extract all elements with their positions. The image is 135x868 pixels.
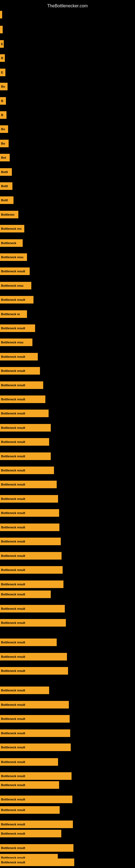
bar-item: Bottleneck result: [0, 453, 51, 460]
bar-label: Bo: [1, 142, 5, 145]
bar-item: Bottleneck resu: [0, 282, 31, 289]
bar-item: Bottleneck result: [0, 686, 49, 694]
bar-item: Bottl: [0, 196, 13, 204]
bar-item: Bottleneck result: [0, 830, 61, 837]
bar-label: Bottleneck result: [1, 554, 25, 557]
bar-item: Bottleneck result: [0, 353, 38, 361]
bar-label: Bottl: [1, 184, 8, 188]
bar-item: Bottleneck result: [0, 744, 71, 751]
bar-item: Bottleneck result: [0, 796, 72, 803]
bar-label: Bottleneck result: [1, 497, 25, 500]
bar-item: Bottleneck result: [0, 552, 61, 560]
bar-label: Bottleneck result: [1, 823, 25, 826]
bar-label: Bottleneck result: [1, 783, 25, 786]
bar-item: B: [0, 54, 5, 62]
site-title: TheBottlenecker.com: [0, 1, 135, 10]
bar-item: Bottleneck result: [0, 653, 67, 660]
bar-label: Bottleneck result: [1, 732, 25, 735]
bar-label: Bottleneck result: [1, 655, 25, 658]
bar-label: Bottleneck result: [1, 398, 25, 401]
bar-label: Bottlenec: [1, 213, 14, 216]
bar-item: Bottleneck re: [0, 310, 27, 318]
bar-label: Bottleneck result: [1, 846, 25, 849]
bar-label: Bottleneck result: [1, 511, 25, 515]
bar-label: Bottleneck result: [1, 383, 25, 387]
bar-item: Bottleneck result: [0, 367, 40, 375]
bar-label: Bottleneck result: [1, 746, 25, 749]
bar-label: Bottleneck result: [1, 568, 25, 571]
bar-item: Bottleneck result: [0, 467, 54, 474]
bar-label: Bottleneck result: [1, 774, 25, 778]
bar-label: Bottleneck result: [1, 703, 25, 706]
bar-item: Bottleneck result: [0, 424, 51, 432]
bar-label: E: [1, 42, 3, 45]
bar-label: Bottleneck resu: [1, 341, 24, 344]
bar-item: Bottleneck result: [0, 844, 74, 852]
bar-label: Bo: [1, 127, 5, 131]
bar-label: Bottleneck result: [1, 526, 25, 529]
bar-item: Bottleneck result: [0, 772, 72, 780]
bar-item: Bo: [0, 125, 8, 133]
bar-item: Bottl: [0, 182, 12, 190]
bar-label: Bottleneck result: [1, 861, 25, 864]
bar-label: Bottleneck result: [1, 607, 25, 610]
bar-label: Bottleneck result: [1, 369, 25, 372]
bar-item: Bottleneck result: [0, 524, 59, 531]
bar-label: B: [1, 99, 3, 102]
bar-label: Bottl: [1, 170, 8, 174]
bar-label: Bottleneck result: [1, 808, 25, 812]
bar-item: Bottleneck result: [0, 605, 65, 613]
bar-item: Bo: [0, 83, 8, 90]
bar-item: Bottleneck result: [0, 667, 68, 675]
bar-label: Bottleneck result: [1, 483, 25, 486]
bar-item: Bottleneck result: [0, 639, 57, 646]
bar-item: Bottleneck result: [0, 730, 70, 737]
bar-item: Bottleneck result: [0, 480, 57, 488]
bar-label: Bottleneck re: [1, 312, 20, 316]
bar-label: Bottleneck result: [1, 440, 25, 443]
bar-label: Bottleneck result: [1, 355, 25, 358]
bar-item: Bottleneck result: [0, 396, 45, 403]
bar-item: Bottleneck: [0, 239, 23, 247]
bar-label: Bottleneck result: [1, 689, 25, 692]
bar-label: Bottleneck result: [1, 469, 25, 472]
bar-item: Bottleneck result: [0, 581, 63, 588]
bar-item: [0, 26, 3, 33]
bar-item: E: [0, 40, 4, 48]
bar-label: Bottleneck result: [1, 412, 25, 415]
bar-label: Bottleneck result: [1, 593, 25, 596]
bar-item: Bottleneck result: [0, 758, 58, 766]
bar-item: Bottleneck result: [0, 268, 30, 275]
bar-label: Bottleneck result: [1, 583, 25, 586]
bar-label: Bottleneck result: [1, 760, 25, 764]
bar-label: Bottleneck res: [1, 227, 21, 230]
bar-label: Bottleneck result: [1, 641, 25, 644]
bar-item: Bottleneck result: [0, 324, 35, 332]
bar-item: Bottleneck result: [0, 296, 34, 304]
bar-label: E: [1, 71, 3, 74]
bar-item: Bottleneck result: [0, 438, 49, 446]
bar-label: Bottleneck result: [1, 270, 25, 273]
bar-label: Bottleneck resu: [1, 255, 24, 259]
bar-item: Bottleneck result: [0, 590, 51, 598]
bar-label: Bottleneck result: [1, 717, 25, 720]
bar-item: Bottleneck result: [0, 538, 61, 545]
bar-label: Bottleneck result: [1, 798, 25, 801]
bar-label: Bottleneck result: [1, 540, 25, 543]
bar-item: Bottleneck result: [0, 859, 74, 866]
bar-item: Bottleneck result: [0, 715, 70, 723]
bar-item: Bottleneck result: [0, 381, 43, 389]
bar-label: Bottleneck result: [1, 455, 25, 458]
bar-item: Bottl: [0, 168, 12, 176]
bar-item: Bo: [0, 140, 9, 147]
bar-item: Bottleneck result: [0, 566, 63, 574]
bar-label: Bottleneck result: [1, 621, 25, 624]
bar-item: Bot: [0, 154, 10, 161]
bar-label: Bottleneck result: [1, 298, 25, 301]
bar-item: Bottleneck result: [0, 701, 69, 709]
bar-label: B: [1, 113, 3, 117]
bar-label: Bottleneck resu: [1, 284, 24, 287]
bar-item: E: [0, 69, 5, 76]
bar-label: Bottleneck: [1, 241, 16, 245]
bar-item: Bottleneck result: [0, 495, 58, 503]
